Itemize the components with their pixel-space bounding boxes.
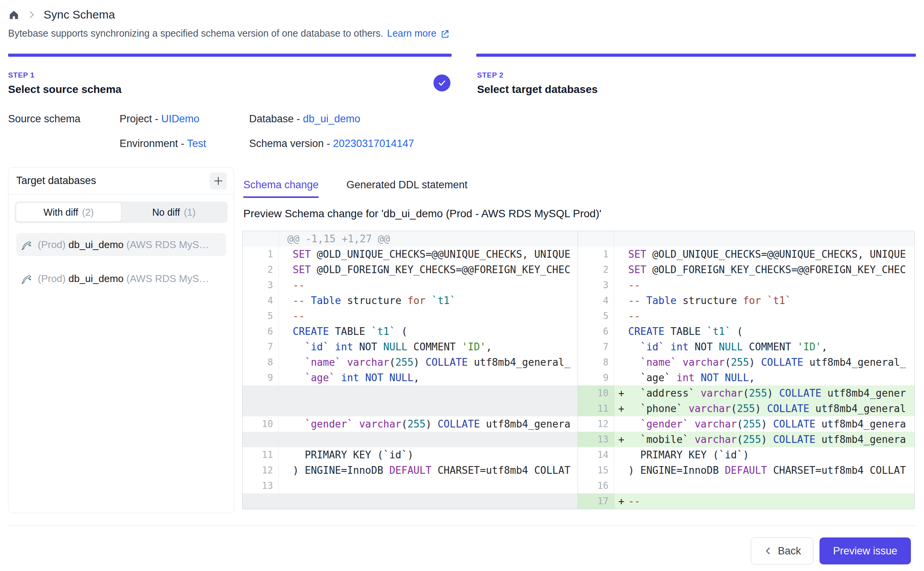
diff-row: 2SET @OLD_FOREIGN_KEY_CHECKS=@@FOREIGN_K… <box>243 262 578 277</box>
learn-more-label: Learn more <box>387 28 437 39</box>
diff-row <box>243 385 578 401</box>
diff-row: 8 `name` varchar(255) COLLATE utf8mb4_ge… <box>243 355 578 370</box>
diff-code-line: CREATE TABLE `t1` ( <box>628 324 915 339</box>
back-button[interactable]: Back <box>751 537 813 564</box>
diff-change-marker: + <box>614 401 628 416</box>
diff-line-number: 5 <box>243 308 279 324</box>
learn-more-link[interactable]: Learn more <box>387 28 450 39</box>
diff-row: 11+ `phone` varchar(255) COLLATE utf8mb4… <box>578 401 915 416</box>
diff-code-line <box>293 478 578 493</box>
page-title: Sync Schema <box>44 8 115 21</box>
diff-change-marker <box>279 324 293 339</box>
diff-change-marker <box>614 416 628 432</box>
diff-line-number: 12 <box>578 416 614 432</box>
diff-line-number: 10 <box>578 385 614 401</box>
diff-line-number: 14 <box>578 447 614 463</box>
diff-change-marker <box>279 262 293 277</box>
diff-row <box>243 493 578 509</box>
diff-line-number: 2 <box>578 262 614 277</box>
diff-row: 13+ `mobile` varchar(255) COLLATE utf8mb… <box>578 432 915 447</box>
environment-link[interactable]: Test <box>187 138 206 149</box>
diff-change-marker <box>614 447 628 463</box>
project-link[interactable]: UIDemo <box>161 113 199 125</box>
diff-row: 15) ENGINE=InnoDB DEFAULT CHARSET=utf8mb… <box>578 463 915 478</box>
step1-label: STEP 1 <box>8 71 35 79</box>
diff-line-number: 6 <box>578 324 614 339</box>
step2-title: Select target databases <box>477 83 598 96</box>
preview-issue-button[interactable]: Preview issue <box>819 537 911 564</box>
diff-code-line: -- <box>293 277 578 293</box>
check-icon <box>437 78 447 88</box>
mysql-dolphin-icon <box>22 239 33 250</box>
diff-change-marker <box>614 355 628 370</box>
diff-line-number: 12 <box>243 463 279 478</box>
source-field-database: Database - db_ui_demo <box>249 113 360 125</box>
diff-row <box>243 432 578 447</box>
target-databases-header: Target databases <box>8 167 234 194</box>
no-diff-label: No diff <box>152 207 180 218</box>
diff-row: 7 `id` int NOT NULL COMMENT 'ID', <box>243 339 578 355</box>
database-link[interactable]: db_ui_demo <box>303 113 361 125</box>
diff-code-line: `gender` varchar(255) COLLATE utf8mb4_ge… <box>628 416 915 432</box>
diff-change-marker <box>279 493 293 509</box>
database-item-instance: (AWS RDS MyS… <box>124 273 209 284</box>
with-diff-label: With diff <box>44 207 78 218</box>
diff-change-marker <box>614 324 628 339</box>
diff-change-marker: + <box>614 385 628 401</box>
step2-label: STEP 2 <box>477 71 504 79</box>
diff-change-marker <box>279 432 293 447</box>
diff-line-number: 3 <box>243 277 279 293</box>
diff-change-marker <box>614 463 628 478</box>
diff-line-number <box>243 385 279 401</box>
diff-row: 10+ `address` varchar(255) COLLATE utf8m… <box>578 385 915 401</box>
diff-row: 16 <box>578 478 915 493</box>
diff-code-line <box>293 432 578 447</box>
source-field-schema-version: Schema version - 20230317014147 <box>249 138 414 150</box>
tab-schema-change[interactable]: Schema change <box>243 179 319 198</box>
tab-no-diff[interactable]: No diff (1) <box>121 203 226 222</box>
add-target-database-button[interactable] <box>210 172 227 189</box>
database-item-name: db_ui_demo <box>68 239 123 250</box>
database-list-item[interactable]: (Prod) db_ui_demo (AWS RDS MyS… <box>16 233 226 256</box>
diff-row: 14 PRIMARY KEY (`id`) <box>578 447 915 463</box>
diff-line-number: 13 <box>578 432 614 447</box>
chevron-left-icon <box>763 546 773 556</box>
diff-change-marker <box>279 447 293 463</box>
diff-row <box>578 231 915 247</box>
database-list-item[interactable]: (Prod) db_ui_demo (AWS RDS MyS… <box>16 267 226 290</box>
diff-right-pane: 1SET @OLD_UNIQUE_CHECKS=@@UNIQUE_CHECKS,… <box>578 231 915 509</box>
schema-version-link[interactable]: 20230317014147 <box>333 138 414 149</box>
diff-line-number: 8 <box>243 355 279 370</box>
diff-row: 9 `age` int NOT NULL, <box>243 370 578 385</box>
diff-change-marker <box>279 463 293 478</box>
diff-row: 10 `gender` varchar(255) COLLATE utf8mb4… <box>243 416 578 432</box>
database-item-env: (Prod) <box>38 273 68 284</box>
preview-issue-label: Preview issue <box>833 545 897 557</box>
database-item-text: (Prod) db_ui_demo (AWS RDS MyS… <box>38 239 209 251</box>
diff-change-marker <box>279 416 293 432</box>
step1-progress-bar <box>8 54 452 57</box>
diff-row: 13 <box>243 478 578 493</box>
target-databases-title: Target databases <box>16 175 96 187</box>
diff-code-line: PRIMARY KEY (`id`) <box>628 447 915 463</box>
target-database-list: (Prod) db_ui_demo (AWS RDS MyS… (Prod) d… <box>16 233 226 290</box>
diff-code-line: `mobile` varchar(255) COLLATE utf8mb4_ge… <box>628 432 915 447</box>
diff-row: 5-- <box>578 308 915 324</box>
diff-line-number: 4 <box>243 293 279 308</box>
database-item-name: db_ui_demo <box>68 273 123 284</box>
tab-with-diff[interactable]: With diff (2) <box>16 203 121 222</box>
no-diff-count: (1) <box>184 207 196 218</box>
tab-generated-ddl[interactable]: Generated DDL statement <box>346 179 467 198</box>
diff-row: 2SET @OLD_FOREIGN_KEY_CHECKS=@@FOREIGN_K… <box>578 262 915 277</box>
diff-row: 11 PRIMARY KEY (`id`) <box>243 447 578 463</box>
diff-code-line <box>293 401 578 416</box>
diff-row: 12) ENGINE=InnoDB DEFAULT CHARSET=utf8mb… <box>243 463 578 478</box>
database-item-text: (Prod) db_ui_demo (AWS RDS MyS… <box>38 273 209 285</box>
diff-row: 6CREATE TABLE `t1` ( <box>243 324 578 339</box>
diff-line-number <box>243 432 279 447</box>
diff-line-number: 15 <box>578 463 614 478</box>
diff-row: 4-- Table structure for `t1` <box>243 293 578 308</box>
diff-code-line: `age` int NOT NULL, <box>628 370 915 385</box>
home-icon[interactable] <box>8 9 20 20</box>
diff-change-marker <box>614 370 628 385</box>
